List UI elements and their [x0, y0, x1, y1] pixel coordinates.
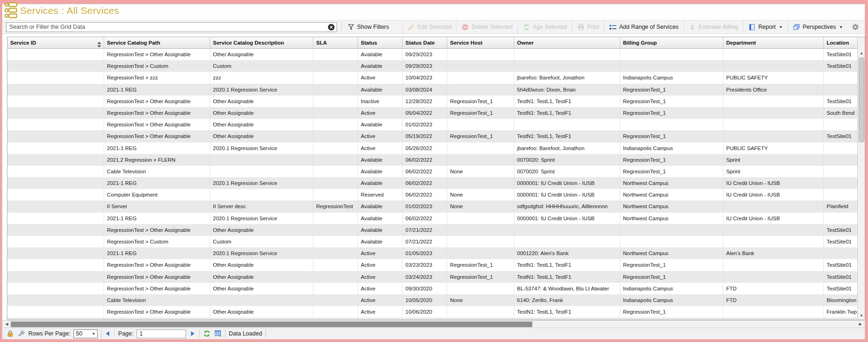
- cell-status-date: 06/02/2022: [403, 213, 447, 224]
- table-row[interactable]: RegressionTest > Other AssignableOther A…: [7, 107, 858, 119]
- scroll-right-icon[interactable]: ▶: [857, 321, 864, 328]
- table-row[interactable]: RegressionTest > zzzzzzActive10/04/2023j…: [7, 72, 858, 84]
- cell-service-id: [7, 306, 104, 318]
- cell-owner: [514, 236, 620, 248]
- dollar-icon: $: [689, 23, 696, 31]
- horizontal-scroll-thumb[interactable]: [11, 322, 532, 327]
- next-page-button[interactable]: [189, 330, 196, 337]
- table-row[interactable]: 2021-1 REG2020.1 Regression ServiceAvail…: [7, 213, 858, 224]
- cell-status: Available: [358, 84, 403, 96]
- cell-department: [723, 271, 824, 283]
- chevron-down-icon: ▼: [839, 25, 843, 29]
- cell-sla: [313, 166, 358, 178]
- cell-status-date: 05/26/2022: [403, 143, 447, 154]
- estimate-billing-button[interactable]: $Estimate Billing: [683, 20, 743, 33]
- scroll-down-icon[interactable]: ▼: [858, 312, 865, 319]
- scroll-left-icon[interactable]: ◀: [3, 321, 10, 328]
- cell-sla: [313, 283, 358, 295]
- table-row[interactable]: 2021-1 REG2020.1 Regression ServiceActiv…: [7, 143, 858, 154]
- rows-per-page-select[interactable]: 50 ▼: [73, 329, 98, 338]
- table-row[interactable]: 2021-1 REG2020.1 Regression ServiceAvail…: [7, 84, 858, 96]
- cell-service-host: [447, 236, 514, 248]
- column-header-billing-group[interactable]: Billing Group: [620, 37, 723, 48]
- scroll-up-icon[interactable]: ▲: [858, 50, 865, 57]
- table-row[interactable]: II ServerII Server descRegressionTestAva…: [7, 201, 858, 212]
- delete-selected-button[interactable]: Delete Selected: [456, 20, 517, 33]
- perspectives-button[interactable]: Perspectives▼: [788, 20, 848, 33]
- table-row[interactable]: Cable TelevisionActive10/05/2020None6140…: [7, 295, 858, 306]
- column-header-service-host[interactable]: Service Host: [447, 37, 514, 48]
- column-header-sla[interactable]: SLA: [313, 37, 358, 48]
- print-button[interactable]: Print: [572, 20, 604, 33]
- table-row[interactable]: RegressionTest > CustomCustomAvailable07…: [7, 236, 858, 248]
- table-row[interactable]: RegressionTest > Other AssignableOther A…: [7, 224, 858, 236]
- add-range-of-services-button[interactable]: Add Range of Services: [604, 20, 683, 33]
- search-input[interactable]: [6, 22, 337, 32]
- clear-search-icon[interactable]: [328, 24, 335, 31]
- table-row[interactable]: RegressionTest > Other AssignableOther A…: [7, 49, 858, 60]
- horizontal-scrollbar[interactable]: ◀ ▶: [2, 320, 865, 328]
- page-number-input[interactable]: [137, 329, 186, 338]
- column-header-department[interactable]: Department: [723, 37, 824, 48]
- cell-owner: jbarefoo: Barefoot, Jonathon: [514, 143, 620, 154]
- vertical-scrollbar[interactable]: ▲ ▼: [857, 37, 865, 320]
- chevron-down-icon: ▼: [779, 25, 783, 29]
- funnel-icon: [347, 23, 355, 31]
- grid-settings-button[interactable]: [849, 23, 861, 31]
- table-row[interactable]: RegressionTest > Other AssignableOther A…: [7, 318, 858, 320]
- cell-service-id: [7, 60, 104, 72]
- table-row[interactable]: 2021-1 REG2020.1 Regression ServiceAvail…: [7, 178, 858, 189]
- cell-sla: [313, 213, 358, 224]
- table-row[interactable]: RegressionTest > Other AssignableOther A…: [7, 131, 858, 142]
- cell-service-host: [447, 224, 514, 236]
- age-selected-button[interactable]: Age Selected: [517, 20, 572, 33]
- cell-department: FTD: [723, 318, 824, 320]
- previous-page-button[interactable]: [105, 330, 111, 337]
- report-button[interactable]: Report▼: [743, 20, 787, 33]
- cell-sla: [313, 248, 358, 259]
- cell-status: Available: [358, 236, 403, 248]
- show-filters-button[interactable]: Show Filters: [346, 20, 394, 33]
- chevron-down-icon: ▼: [92, 332, 95, 336]
- table-row[interactable]: RegressionTest > Other AssignableOther A…: [7, 283, 858, 295]
- cell-billing-group: Indianapolis Campus: [620, 143, 723, 154]
- column-header-service-catalog-path[interactable]: Service Catalog Path: [104, 37, 210, 48]
- cell-service-host: [447, 154, 514, 166]
- cell-department: IU Credit Union - IUSB: [723, 213, 824, 224]
- table-row[interactable]: RegressionTest > Other AssignableOther A…: [7, 306, 858, 318]
- column-header-service-id[interactable]: Service ID: [7, 37, 104, 48]
- table-row[interactable]: RegressionTest > CustomCustomAvailable09…: [7, 60, 858, 72]
- cell-sla: [313, 154, 358, 166]
- table-row[interactable]: 2021-1 REG2020.1 Regression ServiceActiv…: [7, 248, 858, 259]
- wrench-icon[interactable]: [17, 330, 25, 337]
- cell-location: [824, 143, 858, 154]
- table-row[interactable]: Cable TelevisionAvailable06/02/2022None0…: [7, 166, 858, 178]
- table-row[interactable]: RegressionTest > Other AssignableOther A…: [7, 259, 858, 271]
- table-row[interactable]: 2021.2 Regression > FLERNAvailable06/02/…: [7, 154, 858, 166]
- column-header-status-date[interactable]: Status Date: [403, 37, 447, 48]
- cell-department: Sprint: [723, 154, 824, 166]
- edit-selected-button[interactable]: Edit Selected: [402, 20, 457, 33]
- column-header-service-catalog-description[interactable]: Service Catalog Description: [210, 37, 313, 48]
- cell-service-host: RegressionTest_1: [447, 107, 514, 119]
- column-header-location[interactable]: Location: [824, 37, 858, 48]
- table-row[interactable]: RegressionTest > Other AssignableOther A…: [7, 119, 858, 131]
- cell-billing-group: Northwest Campus: [620, 201, 723, 212]
- cell-service-id: [7, 107, 104, 119]
- export-grid-icon[interactable]: [214, 330, 222, 337]
- table-row[interactable]: RegressionTest > Other AssignableOther A…: [7, 271, 858, 283]
- vertical-scroll-thumb[interactable]: [859, 58, 864, 142]
- refresh-icon[interactable]: [203, 330, 211, 337]
- cell-status-date: 07/21/2022: [403, 236, 447, 248]
- cell-location: [824, 318, 858, 320]
- table-row[interactable]: RegressionTest > Other AssignableOther A…: [7, 96, 858, 107]
- column-header-owner[interactable]: Owner: [514, 37, 620, 48]
- table-row[interactable]: Computer EquipmentReserved06/02/2022None…: [7, 189, 858, 201]
- add-range-icon: [609, 23, 617, 31]
- cell-status: Available: [358, 49, 403, 60]
- cell-service-catalog-path: RegressionTest > Custom: [104, 60, 210, 72]
- cell-service-host: [447, 213, 514, 224]
- lock-icon[interactable]: [6, 330, 14, 337]
- cell-location: [824, 178, 858, 189]
- column-header-status[interactable]: Status: [358, 37, 403, 48]
